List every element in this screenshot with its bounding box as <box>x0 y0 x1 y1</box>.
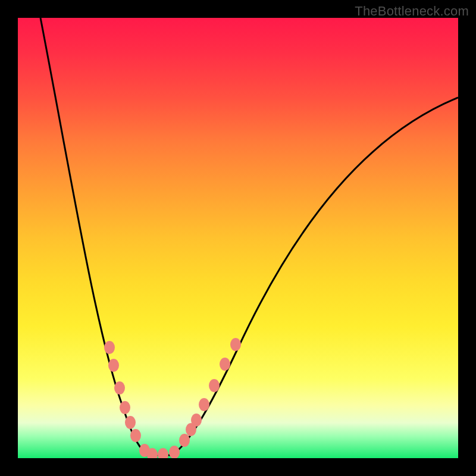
plot-area <box>18 18 458 458</box>
data-marker <box>179 434 190 447</box>
data-marker <box>230 338 241 351</box>
curve-overlay <box>18 18 458 458</box>
data-marker <box>191 414 202 427</box>
bottleneck-curve <box>40 18 458 455</box>
data-marker <box>104 341 115 354</box>
marker-group <box>104 338 241 458</box>
data-marker <box>114 381 125 394</box>
data-marker <box>220 358 230 371</box>
data-marker <box>209 379 220 392</box>
chart-frame: TheBottleneck.com <box>0 0 476 476</box>
data-marker <box>108 359 119 372</box>
data-marker <box>199 398 209 411</box>
data-marker <box>125 416 136 429</box>
data-marker <box>120 401 130 414</box>
data-marker <box>158 448 168 458</box>
data-marker <box>130 429 141 442</box>
data-marker <box>169 446 180 458</box>
watermark-text: TheBottleneck.com <box>355 4 469 19</box>
